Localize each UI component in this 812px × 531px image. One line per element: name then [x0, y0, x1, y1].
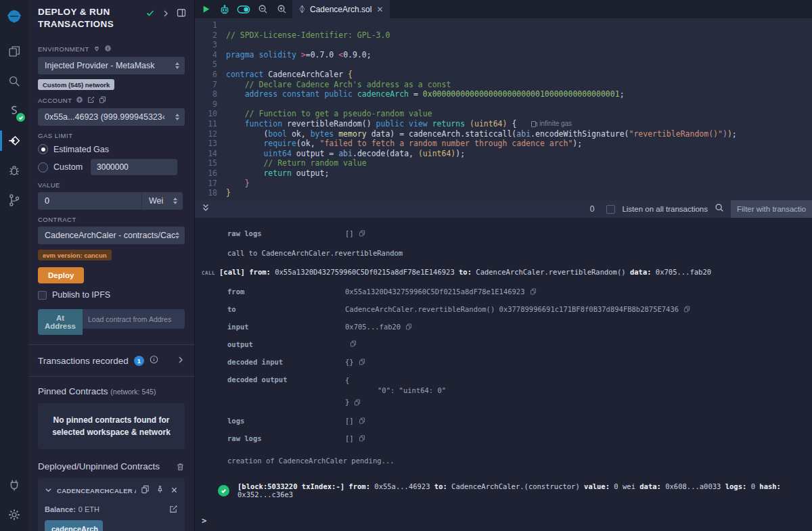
expand-panel-icon[interactable] — [162, 8, 170, 20]
env-ok-check-icon — [145, 8, 155, 20]
remix-logo-icon[interactable] — [0, 4, 28, 31]
tx-success-icon — [218, 485, 229, 497]
code-line[interactable]: 3 — [195, 40, 812, 50]
clear-deployed-icon[interactable] — [176, 462, 185, 471]
copy-icon[interactable] — [359, 230, 365, 237]
copy-icon[interactable] — [359, 417, 365, 424]
custom-gas-option[interactable]: Custom — [38, 159, 185, 175]
call-summary-row[interactable]: CALL [call] from: 0x55a1320D432759960C5D… — [227, 268, 812, 276]
terminal-row-output: output — [227, 336, 812, 353]
code-line[interactable]: 8 address constant public cadenceArch = … — [195, 89, 812, 99]
file-explorer-icon[interactable] — [0, 38, 28, 65]
code-line[interactable]: 17 } — [195, 179, 812, 189]
edit-balance-icon[interactable] — [169, 505, 178, 513]
copy-icon[interactable] — [359, 359, 365, 365]
estimated-gas-radio[interactable] — [38, 144, 48, 154]
ai-assistant-icon[interactable] — [217, 2, 233, 17]
chevron-down-icon[interactable] — [45, 484, 52, 497]
value-unit-select[interactable]: Wei — [142, 192, 183, 210]
code-line[interactable]: 12 (bool ok, bytes memory data) = cadenc… — [195, 129, 812, 139]
terminal-filter-input[interactable] — [731, 200, 812, 218]
code-line[interactable]: 13 require(ok, "failed to fetch a random… — [195, 139, 812, 149]
code-line[interactable]: 1 — [195, 20, 812, 30]
terminal-output[interactable]: raw logs [] call to CadenceArchCaler.rev… — [195, 218, 812, 531]
close-tab-icon[interactable]: ✕ — [376, 5, 383, 14]
search-icon[interactable] — [0, 68, 28, 95]
code-text: require(ok, "failed to fetch a random nu… — [226, 139, 582, 149]
code-line[interactable]: 14 uint64 output = abi.decode(data, (uin… — [195, 149, 812, 159]
fn-cadenceArch-button[interactable]: cadenceArch — [45, 520, 103, 531]
add-account-icon[interactable] — [76, 96, 83, 105]
info-icon[interactable] — [104, 45, 112, 53]
deploy-run-icon[interactable] — [0, 127, 28, 154]
collapse-terminal-icon[interactable] — [202, 203, 210, 215]
code-line[interactable]: 18} — [195, 188, 812, 198]
custom-gas-input[interactable] — [91, 159, 177, 175]
line-number: 14 — [195, 149, 226, 159]
block-confirmation-row[interactable]: [block:5033220 txIndex:-] from: 0x55a...… — [218, 482, 812, 499]
zoom-in-icon[interactable] — [273, 2, 290, 17]
git-icon[interactable] — [0, 187, 28, 214]
code-line[interactable]: 7 // Declare Cadence Arch's address as a… — [195, 80, 812, 90]
plug-icon[interactable] — [93, 45, 100, 53]
deployed-contract-name[interactable]: CADENCEARCHCALER AT 0X... — [57, 487, 136, 494]
copy-icon[interactable] — [683, 306, 690, 313]
terminal-prompt[interactable]: > — [202, 516, 206, 526]
pin-contract-icon[interactable] — [156, 484, 164, 497]
at-address-button[interactable]: At Address — [38, 309, 83, 335]
custom-gas-radio[interactable] — [38, 162, 48, 172]
pin-panel-icon[interactable] — [177, 8, 186, 20]
value-input[interactable] — [38, 192, 142, 210]
run-script-icon[interactable] — [198, 2, 214, 17]
code-line[interactable]: 15 // Return random value — [195, 158, 812, 168]
contract-select[interactable]: CadenceArchCaler - contracts/Cac — [38, 227, 185, 244]
copy-icon[interactable] — [354, 399, 361, 406]
deploy-button[interactable]: Deploy — [38, 267, 84, 283]
copy-icon[interactable] — [530, 288, 537, 295]
code-line[interactable]: 16 return output; — [195, 168, 812, 179]
debugger-icon[interactable] — [0, 157, 28, 184]
estimated-gas-option[interactable]: Estimated Gas — [38, 144, 185, 154]
code-text: contract CadenceArchCaler { — [226, 70, 353, 80]
zoom-out-icon[interactable] — [254, 2, 271, 17]
copy-address-icon[interactable] — [141, 484, 150, 497]
select-stepper-icon — [175, 62, 179, 69]
publish-ipfs-option[interactable]: Publish to IPFS — [38, 290, 185, 300]
line-number: 15 — [195, 158, 226, 168]
code-line[interactable]: 10 // Function to get a pseudo-random va… — [195, 109, 812, 119]
code-line[interactable]: 5 — [195, 60, 812, 70]
contract-label: CONTRACT — [38, 216, 185, 223]
listen-all-checkbox[interactable] — [606, 205, 615, 214]
close-contract-icon[interactable] — [171, 484, 178, 497]
environment-select[interactable]: Injected Provider - MetaMask — [38, 57, 185, 74]
line-number: 6 — [195, 70, 226, 80]
info-icon[interactable] — [150, 355, 158, 366]
line-number: 13 — [195, 139, 226, 149]
select-stepper-icon — [175, 114, 179, 120]
publish-ipfs-checkbox[interactable] — [38, 291, 47, 300]
copy-icon[interactable] — [359, 435, 365, 442]
at-address-input[interactable] — [83, 309, 185, 329]
plugin-manager-icon[interactable] — [0, 471, 28, 499]
code-line[interactable]: 11 function revertibleRandom() public vi… — [195, 119, 812, 129]
solidity-compiler-icon[interactable] — [0, 97, 28, 124]
copy-icon[interactable] — [350, 340, 357, 347]
chevron-right-icon[interactable] — [177, 356, 185, 366]
code-line[interactable]: 9 — [195, 99, 812, 110]
sign-message-icon[interactable] — [87, 96, 95, 105]
transactions-recorded-row[interactable]: Transactions recorded 1 — [38, 345, 185, 376]
copilot-toggle-icon[interactable] — [235, 2, 252, 17]
copy-icon[interactable] — [405, 323, 412, 330]
code-line[interactable]: 6contract CadenceArchCaler { — [195, 70, 812, 80]
copy-account-icon[interactable] — [99, 96, 106, 105]
code-line[interactable]: 2// SPDX-License-Identifier: GPL-3.0 — [195, 30, 812, 41]
code-editor[interactable]: 12// SPDX-License-Identifier: GPL-3.034p… — [195, 18, 812, 200]
terminal-search-icon[interactable] — [715, 203, 724, 215]
code-line[interactable]: 4pragma solidity >=0.7.0 <0.9.0; — [195, 50, 812, 60]
settings-icon[interactable] — [0, 501, 28, 528]
tab-cadencearch-sol[interactable]: CadenceArch.sol ✕ — [292, 0, 390, 18]
line-number: 8 — [195, 89, 226, 99]
account-select[interactable]: 0x55a...46923 (999.999945323‹ — [38, 108, 185, 126]
terminal-row: raw logs [] — [227, 225, 812, 242]
gas-limit-label: GAS LIMIT — [38, 132, 185, 139]
